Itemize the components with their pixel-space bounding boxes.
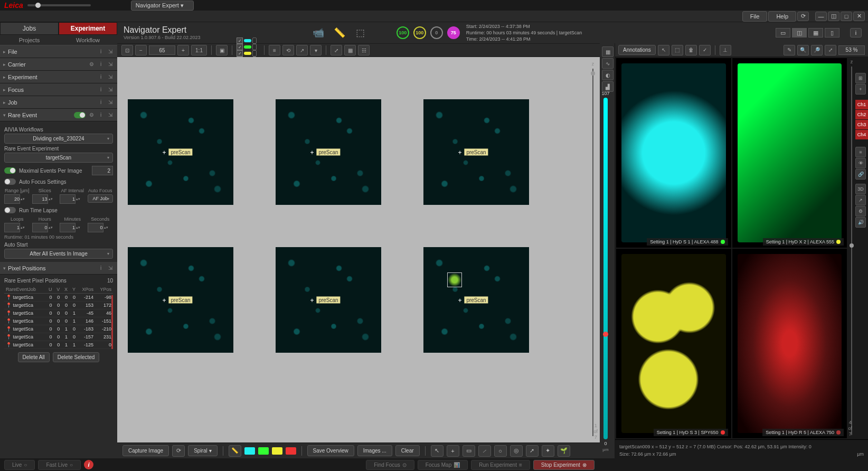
right-z-slider[interactable]: z: [848, 57, 855, 439]
timelapse-toggle[interactable]: [4, 207, 16, 213]
sync-icon[interactable]: ⟲: [282, 45, 294, 55]
cube-icon[interactable]: ⬚: [353, 25, 368, 40]
screen-icon[interactable]: ▣: [216, 45, 228, 55]
range-input[interactable]: [4, 194, 20, 204]
ring-icon[interactable]: ◎: [510, 445, 523, 457]
channel-view-1[interactable]: Setting 1 | HyD S 1 | ALEXA 488: [616, 58, 731, 248]
ch3-tab[interactable]: Ch3: [855, 120, 868, 129]
runexp-button[interactable]: Run Experiment ≡: [471, 460, 530, 470]
afint-input[interactable]: [60, 194, 76, 204]
layer-icon[interactable]: ≡: [269, 45, 280, 55]
table-row[interactable]: 📍 targetSca0001146-151: [4, 317, 113, 325]
info-icon[interactable]: i: [84, 460, 93, 469]
ruler-icon[interactable]: 📏: [332, 25, 347, 40]
pin-icon[interactable]: ⇲: [107, 48, 114, 55]
refresh-icon[interactable]: ⟳: [172, 445, 185, 457]
overview-tile[interactable]: preScan: [128, 99, 233, 205]
maximize-icon[interactable]: □: [841, 12, 852, 21]
zoom-out-icon[interactable]: −: [135, 45, 147, 55]
autostart-dropdown[interactable]: After All Events In Image: [4, 249, 113, 259]
findfocus-button[interactable]: Find Focus ⊙: [366, 460, 414, 470]
zoomout-icon[interactable]: 🔎: [811, 45, 823, 55]
channel-view-2[interactable]: Setting 1 | HyD X 2 | ALEXA 555: [732, 58, 847, 248]
subtab-projects[interactable]: Projects: [0, 35, 59, 45]
z-slider[interactable]: z: [589, 61, 597, 438]
overview-tile[interactable]: preScan: [276, 99, 381, 205]
section-file[interactable]: ▸Filei⇲: [0, 45, 117, 58]
intensity-slider[interactable]: [603, 98, 608, 439]
table-row[interactable]: 📍 targetSca0010-157231: [4, 333, 113, 341]
view-full[interactable]: ▯: [825, 28, 839, 37]
sound-tool[interactable]: 🔊: [855, 217, 866, 228]
ch1-tab[interactable]: Ch1: [855, 100, 868, 109]
delete-selected-button[interactable]: Delete Selected: [53, 352, 100, 362]
focusmap-button[interactable]: Focus Map 📊: [418, 460, 468, 470]
fullscreen-icon[interactable]: ⤢: [825, 45, 836, 55]
table-row[interactable]: 📍 targetSca0000153172: [4, 302, 113, 309]
channel-view-3[interactable]: Setting 1 | HyD S 3 | SPY650: [616, 249, 731, 438]
section-rare-event[interactable]: ▾Rare Event⚙i⇲: [0, 109, 117, 121]
capture-button[interactable]: Capture Image: [122, 445, 169, 456]
view-single[interactable]: ▭: [776, 28, 790, 37]
tab-jobs[interactable]: Jobs: [0, 22, 59, 35]
tab-experiment[interactable]: Experiment: [59, 22, 117, 35]
help-menu[interactable]: Help: [768, 11, 796, 22]
ch4-tab[interactable]: Ch4: [855, 130, 868, 139]
chip-red[interactable]: [286, 447, 296, 455]
grid-icon[interactable]: ▦: [344, 45, 356, 55]
arc-icon[interactable]: ⟋: [478, 445, 491, 457]
mins-input[interactable]: [60, 223, 76, 232]
restore-icon[interactable]: ◫: [828, 12, 839, 21]
afjob-dropdown[interactable]: AF Job: [88, 194, 114, 203]
table-row[interactable]: 📍 targetSca0011-1250: [4, 341, 113, 349]
overview-tile[interactable]: preScan: [423, 247, 529, 353]
view-grid[interactable]: ▦: [808, 28, 823, 37]
channel-toggle[interactable]: ✓: [237, 50, 257, 56]
aivia-dropdown[interactable]: Dividing cells_230224: [4, 134, 113, 144]
plus-icon[interactable]: +: [447, 445, 459, 457]
pencil-icon[interactable]: ✎: [784, 45, 795, 55]
zoom-input[interactable]: [149, 45, 175, 55]
max-events-toggle[interactable]: [4, 167, 16, 174]
event-marker[interactable]: [447, 272, 462, 287]
loops-input[interactable]: [4, 223, 20, 232]
overview-tile[interactable]: preScan: [276, 247, 381, 353]
expand-icon[interactable]: ⤢: [331, 45, 342, 55]
max-events-input[interactable]: [92, 166, 113, 175]
plant-icon[interactable]: 🌱: [558, 445, 570, 457]
live-button[interactable]: Live ○: [4, 460, 35, 470]
wand-icon[interactable]: ✦: [542, 445, 554, 457]
clear-button[interactable]: Clear: [395, 445, 420, 456]
table-row[interactable]: 📍 targetSca0001-4546: [4, 309, 113, 317]
navigator-canvas[interactable]: preScanpreScanpreScanpreScanpreScanpreSc…: [117, 57, 600, 442]
delete-all-button[interactable]: Delete All: [18, 352, 50, 362]
channel-view-4[interactable]: Setting 1 | HyD R 5 | ALEXA 750: [732, 249, 847, 438]
line-icon[interactable]: ∿: [602, 58, 614, 69]
trash-icon[interactable]: 🗑: [685, 45, 697, 55]
slices-input[interactable]: [32, 194, 48, 204]
refresh-icon[interactable]: ⟳: [797, 12, 809, 21]
down-icon[interactable]: ▾: [310, 45, 322, 55]
arrow-icon[interactable]: ➚: [526, 445, 539, 457]
chip-green[interactable]: [258, 447, 269, 455]
stop-button[interactable]: Stop Experiment ⊗: [533, 460, 595, 470]
link-tool[interactable]: 🔗: [855, 169, 866, 180]
close-icon[interactable]: ✕: [853, 12, 865, 21]
rare-exp-dropdown[interactable]: targetScan: [4, 153, 113, 163]
camera-icon[interactable]: 📹: [311, 25, 326, 40]
check-icon[interactable]: ✓: [699, 45, 711, 55]
3d-tool[interactable]: 3D: [855, 184, 866, 194]
ratio-button[interactable]: 1:1: [191, 45, 207, 55]
contrast-icon[interactable]: ◐: [602, 70, 614, 80]
fastlive-button[interactable]: Fast Live ○: [38, 460, 81, 470]
view-split[interactable]: ◫: [792, 28, 807, 37]
rect-icon[interactable]: ▭: [463, 445, 475, 457]
pointer-icon[interactable]: ↖: [658, 45, 669, 55]
info-icon[interactable]: i: [97, 48, 105, 55]
section-focus[interactable]: ▸Focusi⇲: [0, 83, 117, 96]
zoomin-icon[interactable]: 🔍: [797, 45, 809, 55]
chip-cyan[interactable]: [244, 447, 255, 455]
top-slider[interactable]: [27, 4, 91, 6]
table-icon[interactable]: ☷: [358, 45, 370, 55]
rare-toggle[interactable]: [74, 112, 86, 118]
